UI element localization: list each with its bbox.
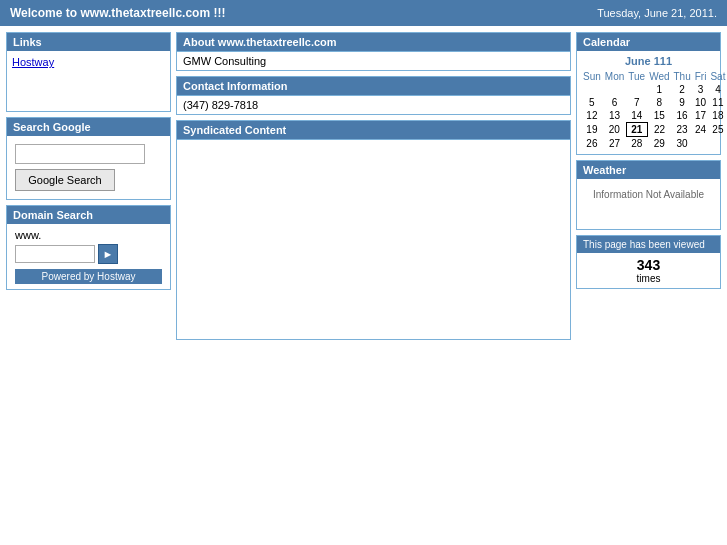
calendar-header: Calendar [577, 33, 720, 51]
calendar-date-cell: 17 [693, 109, 709, 123]
calendar-date-cell: 3 [693, 83, 709, 96]
calendar-date-cell: 22 [647, 123, 671, 137]
hostway-link[interactable]: Hostway [12, 56, 54, 68]
calendar-date-cell: 4 [708, 83, 727, 96]
syndicated-body [176, 140, 571, 340]
calendar-date-cell [626, 83, 647, 96]
calendar-days-row: SunMonTueWedThuFriSat [581, 70, 727, 83]
calendar-date-cell: 16 [672, 109, 693, 123]
links-panel-body: Hostway [7, 51, 170, 111]
views-body: 343 times [577, 253, 720, 288]
google-search-button[interactable]: Google Search [15, 169, 115, 191]
weather-header: Weather [577, 161, 720, 179]
site-title: Welcome to www.thetaxtreellc.com !!! [10, 6, 225, 20]
calendar-date-cell: 29 [647, 137, 671, 151]
calendar-date-cell [708, 137, 727, 151]
calendar-date-cell: 1 [647, 83, 671, 96]
calendar-date-cell: 7 [626, 96, 647, 109]
calendar-day-header: Thu [672, 70, 693, 83]
calendar-date-cell: 27 [603, 137, 626, 151]
syndicated-header: Syndicated Content [176, 120, 571, 140]
contact-value: (347) 829-7818 [176, 96, 571, 115]
domain-go-button[interactable]: ► [98, 244, 118, 264]
calendar-date-cell: 20 [603, 123, 626, 137]
calendar-date-cell: 25 [708, 123, 727, 137]
links-panel-header: Links [7, 33, 170, 51]
calendar-date-cell: 14 [626, 109, 647, 123]
calendar-panel: Calendar June 111 SunMonTueWedThuFriSat … [576, 32, 721, 155]
calendar-day-header: Tue [626, 70, 647, 83]
middle-column: About www.thetaxtreellc.com GMW Consulti… [176, 32, 571, 340]
calendar-date-cell: 21 [626, 123, 647, 137]
calendar-date-cell: 23 [672, 123, 693, 137]
calendar-day-header: Sat [708, 70, 727, 83]
views-header: This page has been viewed [577, 236, 720, 253]
calendar-body: June 111 SunMonTueWedThuFriSat 123456789… [577, 51, 720, 154]
domain-search-input[interactable] [15, 245, 95, 263]
calendar-day-header: Fri [693, 70, 709, 83]
calendar-date-cell: 2 [672, 83, 693, 96]
about-value: GMW Consulting [176, 52, 571, 71]
calendar-date-cell [693, 137, 709, 151]
calendar-day-header: Sun [581, 70, 603, 83]
calendar-date-cell: 26 [581, 137, 603, 151]
calendar-week-row: 567891011 [581, 96, 727, 109]
calendar-date-cell: 13 [603, 109, 626, 123]
views-label: times [581, 273, 716, 284]
calendar-date-cell: 28 [626, 137, 647, 151]
calendar-month: June 111 [581, 55, 716, 67]
calendar-week-row: 12131415161718 [581, 109, 727, 123]
left-column: Links Hostway Search Google Google Searc… [6, 32, 171, 290]
domain-row: ► [15, 244, 162, 264]
calendar-date-cell: 19 [581, 123, 603, 137]
domain-search-panel: Domain Search www. ► Powered by Hostway [6, 205, 171, 290]
calendar-week-row: 19202122232425 [581, 123, 727, 137]
calendar-date-cell: 30 [672, 137, 693, 151]
powered-by-link[interactable]: Powered by Hostway [42, 271, 136, 282]
right-column: Calendar June 111 SunMonTueWedThuFriSat … [576, 32, 721, 289]
calendar-day-header: Wed [647, 70, 671, 83]
calendar-date-cell: 24 [693, 123, 709, 137]
about-section: About www.thetaxtreellc.com GMW Consulti… [176, 32, 571, 71]
search-google-header: Search Google [7, 118, 170, 136]
about-header: About www.thetaxtreellc.com [176, 32, 571, 52]
calendar-table: SunMonTueWedThuFriSat 123456789101112131… [581, 70, 727, 150]
site-header: Welcome to www.thetaxtreellc.com !!! Tue… [0, 0, 727, 26]
calendar-date-cell: 15 [647, 109, 671, 123]
calendar-date-cell: 12 [581, 109, 603, 123]
weather-info: Information Not Available [593, 189, 704, 200]
views-count: 343 [581, 257, 716, 273]
calendar-date-cell [581, 83, 603, 96]
calendar-date-cell: 5 [581, 96, 603, 109]
powered-by-label: Powered by Hostway [15, 269, 162, 284]
links-panel: Links Hostway [6, 32, 171, 112]
calendar-week-row: 1234 [581, 83, 727, 96]
calendar-day-header: Mon [603, 70, 626, 83]
page-views-panel: This page has been viewed 343 times [576, 235, 721, 289]
domain-search-header: Domain Search [7, 206, 170, 224]
calendar-week-row: 2627282930 [581, 137, 727, 151]
weather-panel: Weather Information Not Available [576, 160, 721, 230]
domain-www-label: www. [15, 229, 162, 241]
search-google-panel: Search Google Google Search [6, 117, 171, 200]
calendar-date-cell: 11 [708, 96, 727, 109]
calendar-date-cell: 18 [708, 109, 727, 123]
search-google-body: Google Search [7, 136, 170, 199]
calendar-dates-body: 1234567891011121314151617181920212223242… [581, 83, 727, 150]
calendar-date-cell: 6 [603, 96, 626, 109]
contact-section: Contact Information (347) 829-7818 [176, 76, 571, 115]
calendar-date-cell: 8 [647, 96, 671, 109]
header-date: Tuesday, June 21, 2011. [597, 7, 717, 19]
calendar-date-cell: 10 [693, 96, 709, 109]
syndicated-section: Syndicated Content [176, 120, 571, 340]
main-layout: Links Hostway Search Google Google Searc… [0, 26, 727, 346]
calendar-date-cell [603, 83, 626, 96]
calendar-date-cell: 9 [672, 96, 693, 109]
google-search-input[interactable] [15, 144, 145, 164]
weather-body: Information Not Available [577, 179, 720, 229]
domain-search-body: www. ► Powered by Hostway [7, 224, 170, 289]
contact-header: Contact Information [176, 76, 571, 96]
